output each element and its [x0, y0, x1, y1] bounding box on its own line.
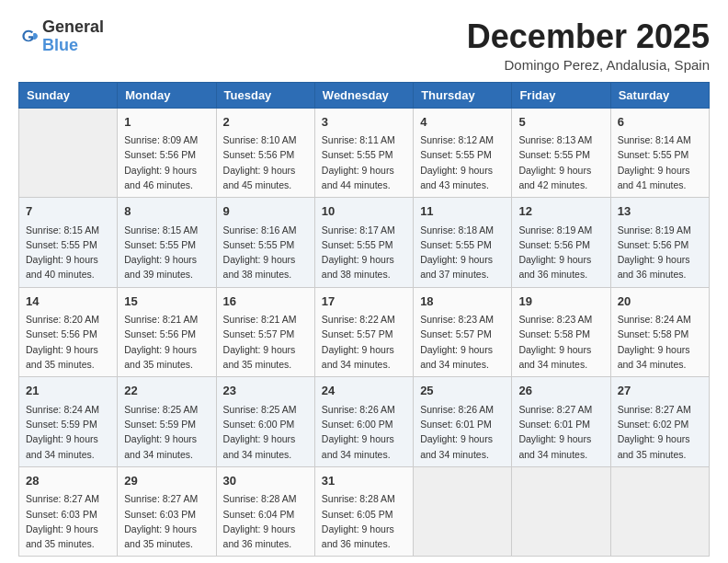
day-number: 8	[124, 202, 209, 221]
day-cell-26: 26Sunrise: 8:27 AMSunset: 6:01 PMDayligh…	[512, 377, 610, 467]
day-number: 25	[420, 382, 505, 400]
day-info: Sunrise: 8:22 AMSunset: 5:57 PMDaylight:…	[322, 312, 406, 372]
day-cell-10: 10Sunrise: 8:17 AMSunset: 5:55 PMDayligh…	[314, 198, 413, 288]
day-info: Sunrise: 8:24 AMSunset: 5:58 PMDaylight:…	[618, 312, 702, 372]
day-cell-2: 2Sunrise: 8:10 AMSunset: 5:56 PMDaylight…	[216, 108, 314, 198]
day-cell-29: 29Sunrise: 8:27 AMSunset: 6:03 PMDayligh…	[118, 466, 216, 557]
day-info: Sunrise: 8:20 AMSunset: 5:56 PMDaylight:…	[26, 312, 110, 372]
calendar: SundayMondayTuesdayWednesdayThursdayFrid…	[18, 82, 710, 557]
weekday-monday: Monday	[118, 82, 216, 108]
weekday-sunday: Sunday	[19, 82, 118, 108]
day-cell-11: 11Sunrise: 8:18 AMSunset: 5:55 PMDayligh…	[414, 198, 512, 288]
day-info: Sunrise: 8:25 AMSunset: 5:59 PMDaylight:…	[124, 402, 209, 462]
day-number: 30	[223, 472, 308, 490]
day-cell-3: 3Sunrise: 8:11 AMSunset: 5:55 PMDaylight…	[314, 108, 413, 198]
day-cell-15: 15Sunrise: 8:21 AMSunset: 5:56 PMDayligh…	[118, 287, 216, 377]
day-cell-14: 14Sunrise: 8:20 AMSunset: 5:56 PMDayligh…	[19, 287, 118, 377]
day-number: 19	[518, 293, 603, 311]
day-number: 17	[322, 293, 406, 311]
weekday-friday: Friday	[512, 82, 610, 108]
week-row-2: 14Sunrise: 8:20 AMSunset: 5:56 PMDayligh…	[19, 287, 710, 377]
day-number: 6	[618, 113, 702, 132]
day-info: Sunrise: 8:12 AMSunset: 5:55 PMDaylight:…	[420, 132, 505, 192]
day-number: 29	[124, 472, 209, 490]
day-info: Sunrise: 8:28 AMSunset: 6:04 PMDaylight:…	[223, 491, 308, 551]
empty-cell	[512, 466, 610, 557]
logo-general: General	[42, 18, 104, 37]
day-number: 11	[420, 202, 505, 221]
day-number: 23	[223, 382, 308, 400]
day-info: Sunrise: 8:15 AMSunset: 5:55 PMDaylight:…	[26, 223, 110, 282]
empty-cell	[414, 466, 512, 557]
calendar-body: 1Sunrise: 8:09 AMSunset: 5:56 PMDaylight…	[19, 108, 710, 557]
title-area: December 2025 Domingo Perez, Andalusia, …	[467, 18, 710, 73]
day-cell-17: 17Sunrise: 8:22 AMSunset: 5:57 PMDayligh…	[314, 287, 413, 377]
day-number: 27	[618, 382, 702, 400]
day-info: Sunrise: 8:25 AMSunset: 6:00 PMDaylight:…	[223, 402, 308, 462]
day-number: 15	[124, 293, 209, 311]
day-info: Sunrise: 8:23 AMSunset: 5:57 PMDaylight:…	[420, 312, 505, 372]
day-info: Sunrise: 8:28 AMSunset: 6:05 PMDaylight:…	[322, 491, 406, 551]
logo-icon	[18, 27, 39, 47]
day-cell-5: 5Sunrise: 8:13 AMSunset: 5:55 PMDaylight…	[512, 108, 610, 198]
day-info: Sunrise: 8:18 AMSunset: 5:55 PMDaylight:…	[420, 223, 505, 282]
month-year: December 2025	[467, 18, 710, 55]
day-cell-7: 7Sunrise: 8:15 AMSunset: 5:55 PMDaylight…	[19, 198, 118, 288]
day-cell-18: 18Sunrise: 8:23 AMSunset: 5:57 PMDayligh…	[414, 287, 512, 377]
day-number: 14	[26, 293, 110, 311]
day-cell-23: 23Sunrise: 8:25 AMSunset: 6:00 PMDayligh…	[216, 377, 314, 467]
day-number: 18	[420, 293, 505, 311]
logo: General Blue	[18, 18, 104, 55]
empty-cell	[610, 466, 709, 557]
day-cell-19: 19Sunrise: 8:23 AMSunset: 5:58 PMDayligh…	[512, 287, 610, 377]
day-number: 28	[26, 472, 110, 490]
day-number: 9	[223, 202, 308, 221]
day-info: Sunrise: 8:27 AMSunset: 6:03 PMDaylight:…	[26, 491, 110, 551]
day-info: Sunrise: 8:17 AMSunset: 5:55 PMDaylight:…	[322, 223, 406, 282]
day-info: Sunrise: 8:24 AMSunset: 5:59 PMDaylight:…	[26, 402, 110, 462]
week-row-0: 1Sunrise: 8:09 AMSunset: 5:56 PMDaylight…	[19, 108, 710, 198]
day-cell-25: 25Sunrise: 8:26 AMSunset: 6:01 PMDayligh…	[414, 377, 512, 467]
day-info: Sunrise: 8:27 AMSunset: 6:01 PMDaylight:…	[518, 402, 603, 462]
day-info: Sunrise: 8:19 AMSunset: 5:56 PMDaylight:…	[518, 223, 603, 282]
week-row-4: 28Sunrise: 8:27 AMSunset: 6:03 PMDayligh…	[19, 466, 710, 557]
day-info: Sunrise: 8:27 AMSunset: 6:03 PMDaylight:…	[124, 491, 209, 551]
day-info: Sunrise: 8:13 AMSunset: 5:55 PMDaylight:…	[518, 132, 603, 192]
day-number: 2	[223, 113, 308, 132]
day-number: 13	[618, 202, 702, 221]
day-info: Sunrise: 8:09 AMSunset: 5:56 PMDaylight:…	[124, 132, 209, 192]
weekday-saturday: Saturday	[610, 82, 709, 108]
day-info: Sunrise: 8:26 AMSunset: 6:00 PMDaylight:…	[322, 402, 406, 462]
day-info: Sunrise: 8:21 AMSunset: 5:56 PMDaylight:…	[124, 312, 209, 372]
day-number: 26	[518, 382, 603, 400]
day-cell-28: 28Sunrise: 8:27 AMSunset: 6:03 PMDayligh…	[19, 466, 118, 557]
day-number: 21	[26, 382, 110, 400]
day-info: Sunrise: 8:15 AMSunset: 5:55 PMDaylight:…	[124, 223, 209, 282]
day-number: 12	[518, 202, 603, 221]
day-number: 3	[322, 113, 406, 132]
day-number: 31	[322, 472, 406, 490]
day-cell-24: 24Sunrise: 8:26 AMSunset: 6:00 PMDayligh…	[314, 377, 413, 467]
day-cell-6: 6Sunrise: 8:14 AMSunset: 5:55 PMDaylight…	[610, 108, 709, 198]
weekday-thursday: Thursday	[414, 82, 512, 108]
day-number: 4	[420, 113, 505, 132]
day-cell-22: 22Sunrise: 8:25 AMSunset: 5:59 PMDayligh…	[118, 377, 216, 467]
day-number: 10	[322, 202, 406, 221]
day-cell-1: 1Sunrise: 8:09 AMSunset: 5:56 PMDaylight…	[118, 108, 216, 198]
day-info: Sunrise: 8:19 AMSunset: 5:56 PMDaylight:…	[618, 223, 702, 282]
day-cell-12: 12Sunrise: 8:19 AMSunset: 5:56 PMDayligh…	[512, 198, 610, 288]
empty-cell	[19, 108, 118, 198]
day-number: 22	[124, 382, 209, 400]
weekday-wednesday: Wednesday	[314, 82, 413, 108]
day-number: 5	[518, 113, 603, 132]
day-cell-20: 20Sunrise: 8:24 AMSunset: 5:58 PMDayligh…	[610, 287, 709, 377]
day-number: 20	[618, 293, 702, 311]
week-row-1: 7Sunrise: 8:15 AMSunset: 5:55 PMDaylight…	[19, 198, 710, 288]
day-number: 1	[124, 113, 209, 132]
day-info: Sunrise: 8:21 AMSunset: 5:57 PMDaylight:…	[223, 312, 308, 372]
day-cell-31: 31Sunrise: 8:28 AMSunset: 6:05 PMDayligh…	[314, 466, 413, 557]
day-info: Sunrise: 8:11 AMSunset: 5:55 PMDaylight:…	[322, 132, 406, 192]
day-info: Sunrise: 8:14 AMSunset: 5:55 PMDaylight:…	[618, 132, 702, 192]
day-cell-4: 4Sunrise: 8:12 AMSunset: 5:55 PMDaylight…	[414, 108, 512, 198]
day-cell-8: 8Sunrise: 8:15 AMSunset: 5:55 PMDaylight…	[118, 198, 216, 288]
